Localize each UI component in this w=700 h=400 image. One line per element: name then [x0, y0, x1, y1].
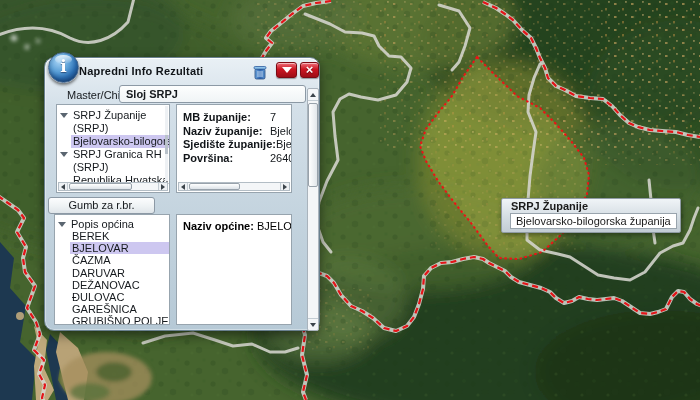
- expander-icon[interactable]: [60, 113, 68, 118]
- county-info-panel: MB županije:7 Naziv županije:Bjelovar Sj…: [176, 104, 292, 193]
- tree-vertical-scrollbar[interactable]: [165, 106, 168, 181]
- list-item[interactable]: DEŽANOVAC: [55, 279, 169, 291]
- expander-icon[interactable]: [58, 222, 66, 227]
- dialog-title: Napredni Info Rezultati: [79, 65, 203, 77]
- advanced-info-dialog: Napredni Info Rezultati i × Master/Child…: [44, 57, 320, 331]
- tree-item-sublabel[interactable]: (SRPJ): [57, 161, 169, 174]
- expander-icon[interactable]: [60, 152, 68, 157]
- scroll-right-arrow[interactable]: [158, 183, 167, 190]
- scroll-thumb[interactable]: [189, 183, 240, 190]
- scroll-thumb[interactable]: [69, 183, 132, 190]
- map-tooltip: SRPJ Županije Bjelovarsko-bilogorska žup…: [501, 198, 681, 233]
- list-item[interactable]: ĐULOVAC: [55, 291, 169, 303]
- scroll-left-arrow[interactable]: [59, 183, 68, 190]
- list-item[interactable]: GAREŠNICA: [55, 303, 169, 315]
- list-item[interactable]: BEREK: [55, 230, 169, 242]
- municipality-info-row: Naziv općine: BJELOVAR: [183, 220, 291, 232]
- tree-item-group[interactable]: SRPJ Županije: [57, 109, 169, 122]
- list-item-selected[interactable]: BJELOVAR: [70, 242, 169, 254]
- dialog-vertical-scrollbar[interactable]: [307, 88, 319, 331]
- collapse-button[interactable]: [276, 62, 297, 78]
- scroll-up-arrow[interactable]: [308, 89, 318, 101]
- info-row: Površina:2640310: [177, 152, 291, 166]
- tree-item-sublabel[interactable]: (SRPJ): [57, 122, 169, 135]
- list-item[interactable]: DARUVAR: [55, 267, 169, 279]
- county-number-button[interactable]: Gumb za r.br. županije: [48, 197, 155, 214]
- info-row: Naziv županije:Bjelovar: [177, 125, 291, 139]
- tree-item-feature-selected[interactable]: Bjelovarsko-bilogorska županija: [71, 135, 169, 148]
- close-icon: ×: [306, 63, 314, 77]
- scroll-thumb[interactable]: [308, 103, 318, 187]
- tree-horizontal-scrollbar[interactable]: [58, 182, 168, 191]
- collapse-icon: [282, 67, 292, 73]
- info-row: MB županije:7: [177, 111, 291, 125]
- info-icon: i: [48, 52, 79, 83]
- municipality-list-panel: Popis općina BEREK BJELOVAR ČAZMA DARUVA…: [54, 214, 170, 325]
- info-horizontal-scrollbar[interactable]: [178, 182, 290, 191]
- municipality-info-panel: Naziv općine: BJELOVAR: [176, 214, 292, 325]
- list-item[interactable]: ČAZMA: [55, 254, 169, 266]
- scroll-left-arrow[interactable]: [179, 183, 188, 190]
- tree-item-group[interactable]: SRPJ Granica RH: [57, 148, 169, 161]
- layer-selector[interactable]: Sloj SRPJ: [119, 85, 306, 103]
- municipality-list-header[interactable]: Popis općina: [55, 218, 169, 230]
- trash-icon[interactable]: [253, 65, 267, 80]
- scroll-down-arrow[interactable]: [308, 318, 318, 330]
- close-button[interactable]: ×: [300, 62, 319, 78]
- map-tooltip-title: SRPJ Županije: [502, 199, 680, 213]
- map-viewport: SRPJ Županije Bjelovarsko-bilogorska žup…: [0, 0, 700, 400]
- info-row: Sjedište županije:Bjelovar: [177, 138, 291, 152]
- scroll-right-arrow[interactable]: [280, 183, 289, 190]
- layers-tree-panel: SRPJ Županije (SRPJ) Bjelovarsko-bilogor…: [56, 104, 170, 193]
- map-tooltip-value: Bjelovarsko-bilogorska županija: [510, 213, 677, 229]
- list-item[interactable]: GRUBIŠNO POLJE: [55, 315, 169, 325]
